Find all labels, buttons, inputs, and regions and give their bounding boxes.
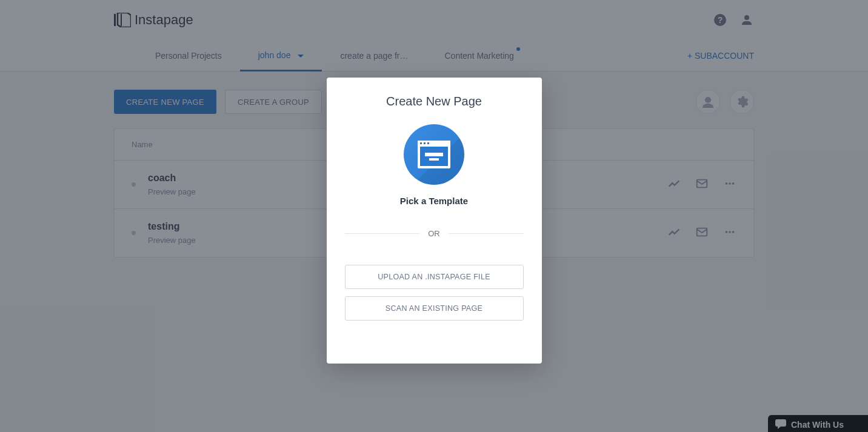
divider-text: OR: [419, 229, 449, 238]
pick-a-template-label: Pick a Template: [400, 196, 468, 206]
modal-title: Create New Page: [386, 95, 482, 108]
template-window-icon: [418, 141, 450, 168]
create-new-page-modal: Create New Page Pick a Template OR UPLOA…: [327, 78, 542, 364]
pick-a-template-button[interactable]: [404, 124, 464, 185]
divider: OR: [345, 229, 524, 238]
modal-overlay[interactable]: Create New Page Pick a Template OR UPLOA…: [0, 0, 868, 432]
upload-instapage-file-button[interactable]: UPLOAD AN .INSTAPAGE FILE: [345, 265, 524, 289]
scan-existing-page-button[interactable]: SCAN AN EXISTING PAGE: [345, 296, 524, 321]
